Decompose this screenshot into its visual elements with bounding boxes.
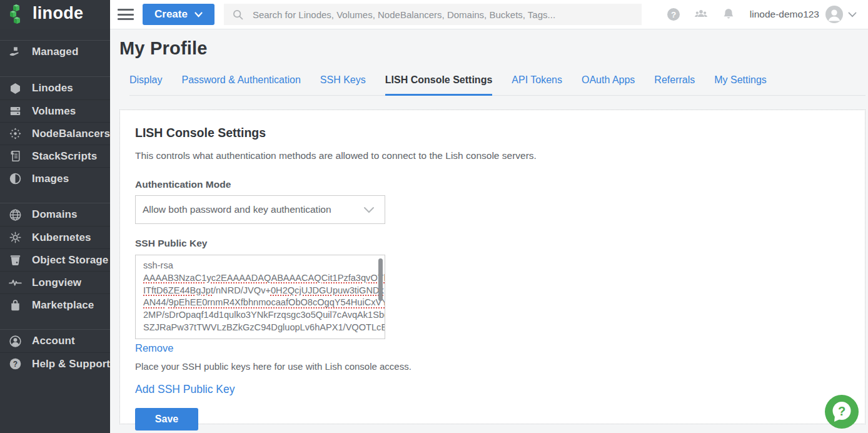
textarea-scrollbar-thumb[interactable]: [378, 258, 383, 301]
stackscripts-icon: [8, 149, 23, 163]
tab-oauth-apps[interactable]: OAuth Apps: [582, 74, 635, 96]
username: linode-demo123: [750, 9, 819, 20]
create-button-label: Create: [154, 8, 188, 21]
ssh-key-label: SSH Public Key: [135, 238, 850, 249]
remove-ssh-key-link[interactable]: Remove: [135, 342, 173, 354]
auth-mode-label: Authentication Mode: [135, 179, 850, 190]
tab-ssh-keys[interactable]: SSH Keys: [320, 74, 366, 96]
sidebar-item-managed[interactable]: Managed: [0, 41, 110, 63]
kubernetes-wheel-icon: [8, 230, 23, 245]
select-chevron-down-icon: [363, 206, 375, 213]
topbar: Create ? linode-demo123: [110, 0, 868, 29]
tab-lish-console-settings[interactable]: LISH Console Settings: [385, 74, 493, 96]
marketplace-bag-icon: [8, 298, 23, 312]
tab-password-authentication[interactable]: Password & Authentication: [181, 74, 300, 96]
user-menu-chevron-icon[interactable]: [848, 12, 857, 18]
ssh-key-line: SZJRaPw37tTWVLzBZkGzC94DgluopLv6hAPX1/VQ…: [143, 322, 373, 334]
managed-hand-icon: [8, 45, 23, 59]
hamburger-menu-icon[interactable]: [118, 9, 134, 20]
auth-mode-value: Allow both password and key authenticati…: [143, 204, 331, 215]
bucket-icon: [8, 253, 23, 267]
linode-cube-icon: [8, 81, 23, 96]
sidebar-item-label: Domains: [32, 208, 78, 221]
floating-help-button[interactable]: ?: [824, 394, 860, 430]
create-button[interactable]: Create: [143, 4, 214, 25]
sidebar-item-domains[interactable]: Domains: [0, 203, 110, 226]
tab-display[interactable]: Display: [129, 74, 162, 96]
sidebar-item-object-storage[interactable]: Object Storage: [0, 248, 110, 271]
sidebar-item-label: Help & Support: [32, 358, 110, 370]
sidebar-item-label: Longview: [32, 277, 81, 289]
domains-globe-icon: [8, 208, 23, 222]
tab-my-settings[interactable]: My Settings: [714, 74, 767, 96]
chevron-down-icon: [194, 12, 203, 18]
sidebar-item-marketplace[interactable]: Marketplace: [0, 293, 110, 316]
sidebar-item-label: NodeBalancers: [32, 128, 110, 140]
sidebar-item-label: Managed: [32, 46, 78, 58]
ssh-key-line: 2MP/sDrOpaqf14d1qulko3YNkFrzqsgc3o5Quil7…: [143, 309, 373, 322]
help-question-icon: ?: [8, 357, 23, 371]
profile-tabs: DisplayPassword & AuthenticationSSH Keys…: [129, 74, 865, 96]
sidebar-item-linodes[interactable]: Linodes: [0, 77, 110, 99]
svg-text:?: ?: [838, 404, 845, 418]
auth-mode-select[interactable]: Allow both password and key authenticati…: [135, 195, 385, 224]
search-input[interactable]: [253, 9, 634, 20]
panel-description: This controls what authentication method…: [135, 150, 850, 161]
ssh-key-help-text: Place your SSH public keys here for use …: [135, 361, 850, 372]
svg-text:?: ?: [13, 360, 18, 369]
main-content: My Profile DisplayPassword & Authenticat…: [110, 29, 868, 433]
notifications-bell-icon[interactable]: [721, 7, 736, 22]
sidebar-section: LinodesVolumesNodeBalancersStackScriptsI…: [0, 76, 110, 190]
sidebar-item-images[interactable]: Images: [0, 167, 110, 190]
avatar[interactable]: [825, 6, 843, 23]
sidebar-item-stackscripts[interactable]: StackScripts: [0, 145, 110, 167]
sidebar-section: Managed: [0, 40, 110, 63]
nodebalancers-icon: [8, 126, 23, 141]
ssh-public-key-textarea[interactable]: ssh-rsaAAAAB3NzaC1yc2EAAAADAQABAAACAQCit…: [135, 255, 385, 339]
global-search: [224, 4, 642, 25]
ssh-key-line: ssh-rsa: [143, 260, 373, 272]
ssh-key-line: ITftD6ZE44BgJpt/nNRD/JVQv+0H2QcjUJDGUpuw…: [143, 285, 373, 297]
community-people-icon[interactable]: [694, 7, 709, 22]
lish-settings-panel: LISH Console Settings This controls what…: [119, 110, 865, 424]
account-person-icon: [8, 334, 23, 349]
images-icon: [8, 171, 23, 186]
sidebar-item-label: Kubernetes: [32, 232, 91, 244]
longview-pulse-icon: [8, 275, 23, 290]
sidebar-item-label: Account: [32, 335, 75, 347]
sidebar-item-longview[interactable]: Longview: [0, 271, 110, 293]
search-icon: [231, 8, 245, 21]
tab-api-tokens[interactable]: API Tokens: [512, 74, 562, 96]
add-ssh-key-link[interactable]: Add SSH Public Key: [135, 383, 235, 396]
linode-cubes-icon: [8, 4, 27, 26]
sidebar-item-label: StackScripts: [32, 150, 97, 163]
page-title: My Profile: [119, 38, 865, 59]
sidebar-item-label: Volumes: [32, 105, 76, 118]
sidebar-item-label: Linodes: [32, 82, 73, 94]
panel-title: LISH Console Settings: [135, 126, 850, 140]
tab-referrals[interactable]: Referrals: [654, 74, 695, 96]
volumes-icon: [8, 104, 23, 118]
sidebar-item-account[interactable]: Account: [0, 330, 110, 352]
brand-logo[interactable]: linode: [0, 0, 110, 29]
sidebar-item-label: Marketplace: [32, 299, 94, 312]
brand-name: linode: [33, 5, 83, 24]
sidebar-section: DomainsKubernetesObject StorageLongviewM…: [0, 203, 110, 316]
help-bubble-icon: ?: [824, 394, 860, 430]
save-button[interactable]: Save: [135, 408, 198, 430]
sidebar-item-label: Object Storage: [32, 254, 108, 267]
linode-cloud-manager: linode Create ? linode-demo123 ManagedLi…: [0, 0, 868, 433]
svg-text:?: ?: [671, 10, 676, 19]
sidebar-section: Account?Help & Support: [0, 329, 110, 375]
ssh-key-line: AN44/9pEhEE0rnmR4XfbhnmocaafObO8cOgqY54H…: [143, 297, 373, 309]
sidebar-item-nodebalancers[interactable]: NodeBalancers: [0, 122, 110, 145]
sidebar-item-kubernetes[interactable]: Kubernetes: [0, 226, 110, 248]
sidebar-item-label: Images: [32, 173, 69, 185]
sidebar-item-volumes[interactable]: Volumes: [0, 99, 110, 122]
sidebar-nav: ManagedLinodesVolumesNodeBalancersStackS…: [0, 29, 110, 433]
ssh-key-line: AAAAB3NzaC1yc2EAAAADAQABAAACAQCit1Pzfa3q…: [143, 272, 373, 285]
sidebar-item-help-support[interactable]: ?Help & Support: [0, 352, 110, 375]
help-circle-icon[interactable]: ?: [666, 7, 681, 22]
